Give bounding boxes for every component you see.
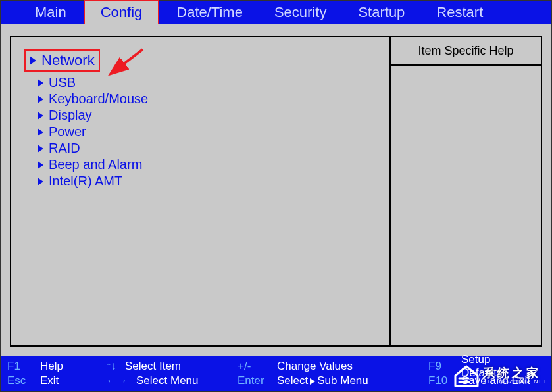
- updown-arrows-icon: ↑↓: [106, 360, 116, 373]
- menu-label: Beep and Alarm: [49, 157, 142, 172]
- menu-label: RAID: [49, 141, 80, 156]
- footer-label-help: Help: [40, 360, 63, 373]
- annotation-arrow-icon: [116, 48, 149, 74]
- tab-config[interactable]: Config: [84, 0, 160, 25]
- tab-main[interactable]: Main: [19, 1, 82, 24]
- menu-item-beep-alarm[interactable]: Beep and Alarm: [38, 157, 376, 173]
- help-pane-title: Item Specific Help: [391, 37, 541, 66]
- footer-key-enter: Enter: [238, 374, 268, 387]
- menu-item-usb[interactable]: USB: [38, 74, 376, 91]
- menu-label: Keyboard/Mouse: [49, 91, 148, 107]
- tab-security[interactable]: Security: [259, 1, 342, 24]
- footer-key-esc: Esc: [7, 374, 31, 387]
- menu-item-display[interactable]: Display: [38, 107, 376, 124]
- menu-item-intel-amt[interactable]: Intel(R) AMT: [38, 173, 376, 189]
- bios-window: Main Config Date/Time Security Startup R…: [0, 0, 552, 392]
- submenu-triangle-icon: [38, 128, 43, 136]
- submenu-triangle-icon: [310, 378, 315, 385]
- submenu-triangle-icon: [38, 112, 43, 120]
- watermark: 系统之家 XITONGZHIJIA.NET: [453, 364, 547, 387]
- footer-label-select-submenu: SelectSub Menu: [277, 374, 368, 387]
- inner-frame: Network USB Keyboard/Mouse Display Power…: [10, 36, 542, 347]
- footer-label-select-post: Sub Menu: [317, 374, 368, 387]
- footer-key-plusminus: +/-: [238, 360, 268, 373]
- config-menu-list: USB Keyboard/Mouse Display Power RAID Be…: [24, 74, 376, 189]
- config-menu-pane: Network USB Keyboard/Mouse Display Power…: [11, 37, 389, 345]
- body-area: Network USB Keyboard/Mouse Display Power…: [1, 24, 551, 356]
- footer-label-exit: Exit: [40, 374, 59, 387]
- tab-startup[interactable]: Startup: [342, 1, 420, 24]
- menu-label: Intel(R) AMT: [49, 174, 122, 189]
- watermark-text: 系统之家 XITONGZHIJIA.NET: [483, 367, 547, 385]
- submenu-triangle-icon: [38, 178, 43, 185]
- submenu-triangle-icon: [38, 145, 43, 153]
- footer-label-select-pre: Select: [277, 374, 308, 387]
- tab-bar: Main Config Date/Time Security Startup R…: [1, 1, 551, 24]
- house-icon: [453, 364, 480, 387]
- footer-label-select-item: Select Item: [125, 360, 181, 373]
- footer-label-change-values: Change Values: [277, 360, 353, 373]
- menu-item-power[interactable]: Power: [38, 124, 376, 140]
- help-pane: Item Specific Help: [389, 37, 541, 345]
- submenu-triangle-icon: [38, 161, 43, 169]
- watermark-cn: 系统之家: [483, 367, 541, 379]
- submenu-triangle-icon: [38, 95, 43, 103]
- submenu-triangle-icon: [30, 56, 36, 65]
- watermark-url: XITONGZHIJIA.NET: [483, 379, 547, 385]
- help-pane-body: [391, 66, 541, 345]
- footer-bar: F1 Help Esc Exit ↑↓ Select Item ←→ Selec…: [1, 356, 551, 391]
- tab-restart[interactable]: Restart: [420, 1, 499, 24]
- menu-label: USB: [49, 75, 76, 90]
- svg-line-0: [120, 49, 143, 66]
- footer-key-f9: F9: [428, 360, 452, 373]
- menu-item-raid[interactable]: RAID: [38, 140, 376, 157]
- menu-item-network[interactable]: Network: [24, 49, 100, 72]
- submenu-triangle-icon: [38, 79, 43, 87]
- tab-datetime[interactable]: Date/Time: [161, 1, 259, 24]
- footer-label-select-menu: Select Menu: [136, 374, 199, 387]
- footer-key-f1: F1: [7, 360, 31, 373]
- menu-label: Display: [49, 108, 92, 123]
- menu-label: Power: [49, 124, 86, 139]
- footer-col-2: ↑↓ Select Item ←→ Select Menu: [106, 359, 238, 388]
- menu-item-keyboard-mouse[interactable]: Keyboard/Mouse: [38, 91, 376, 107]
- leftright-arrows-icon: ←→: [106, 374, 127, 387]
- menu-label: Network: [41, 52, 95, 69]
- footer-key-f10: F10: [428, 374, 452, 387]
- footer-col-3: +/- Change Values Enter SelectSub Menu: [238, 359, 428, 388]
- footer-col-1: F1 Help Esc Exit: [7, 359, 106, 388]
